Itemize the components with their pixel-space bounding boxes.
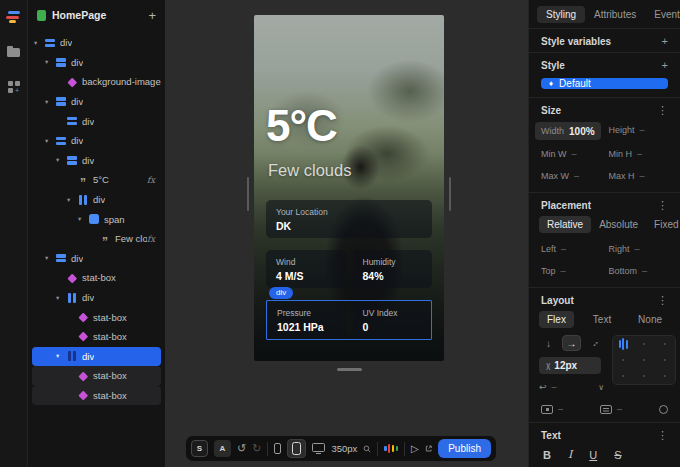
right-input[interactable]: Right–	[609, 241, 669, 257]
expression-badge[interactable]: fx	[147, 234, 155, 244]
min-height-input[interactable]: Min H–	[609, 146, 668, 162]
breakpoint-desktop-icon[interactable]	[312, 443, 325, 452]
flex-wrap-control[interactable]: ↩ – ∨	[539, 380, 604, 394]
layout-text[interactable]: Text	[585, 311, 619, 328]
add-element-icon[interactable]: +	[148, 9, 156, 22]
tree-row-div[interactable]: ▾div	[32, 111, 161, 131]
tree-row-span[interactable]: ▾span	[32, 209, 161, 229]
style-source-default[interactable]: ♦ Default	[541, 78, 668, 89]
chevron-down-icon[interactable]: ∨	[598, 383, 604, 392]
canvas-resize-handle-right[interactable]	[449, 177, 451, 211]
strikethrough-button[interactable]: S	[614, 449, 621, 461]
radius-icon[interactable]	[659, 405, 668, 414]
left-input[interactable]: Left–	[541, 241, 601, 257]
tree-row-div[interactable]: ▾div	[32, 249, 161, 269]
height-input[interactable]: Height–	[609, 122, 668, 138]
tree-row-div[interactable]: ▾div	[32, 92, 161, 112]
align-dot[interactable]	[622, 375, 624, 377]
add-style-icon[interactable]: +	[662, 60, 668, 71]
pressure-card[interactable]: Pressure 1021 HPa	[267, 301, 346, 339]
tree-row-stat-box[interactable]: ▾stat-box	[32, 268, 161, 288]
breakpoint-mobile-active-icon[interactable]	[287, 439, 306, 458]
align-dot[interactable]	[643, 359, 645, 361]
max-height-input[interactable]: Max H–	[609, 168, 668, 184]
tree-row-div[interactable]: ▾div	[32, 53, 161, 73]
publish-button[interactable]: Publish	[438, 439, 491, 458]
wind-card[interactable]: Wind 4 M/S	[266, 250, 346, 288]
direction-row-icon[interactable]: →	[562, 335, 581, 351]
placement-absolute[interactable]: Absolute	[591, 216, 646, 233]
align-dot[interactable]	[643, 375, 645, 377]
pages-folder-icon[interactable]	[7, 48, 20, 57]
chevron-down-icon[interactable]: ▾	[67, 196, 77, 204]
direction-column-icon[interactable]: ↓	[539, 335, 558, 351]
zoom-icon[interactable]	[363, 443, 371, 455]
undo-icon[interactable]: ↺	[237, 443, 246, 454]
tree-row-stat-box[interactable]: ▾stat-box	[32, 327, 161, 347]
preview-play-icon[interactable]: ▷	[411, 443, 419, 454]
breakpoint-width-value[interactable]: 350px	[331, 443, 357, 454]
condition-text[interactable]: Few clouds	[268, 161, 351, 180]
chevron-down-icon[interactable]: ▾	[56, 294, 66, 302]
tree-row-text-5c[interactable]: ▾”5°Cfx	[32, 170, 161, 190]
gap-input[interactable]: )( 12px	[539, 357, 601, 374]
align-start-icon[interactable]	[619, 338, 629, 350]
humidity-card[interactable]: Humidity 84%	[353, 250, 433, 288]
margin-control[interactable]: –	[600, 404, 622, 414]
tree-row-div-selected[interactable]: ▾div	[32, 347, 161, 367]
align-dot[interactable]	[622, 359, 624, 361]
kebab-menu-icon[interactable]: ⋮	[657, 430, 668, 441]
add-style-variable-icon[interactable]: +	[662, 36, 668, 47]
kebab-menu-icon[interactable]: ⋮	[657, 295, 668, 306]
direction-reverse-icon[interactable]: ↔	[585, 335, 604, 351]
tree-row-div[interactable]: ▾div	[32, 33, 161, 53]
min-width-input[interactable]: Min W–	[541, 146, 601, 162]
chevron-down-icon[interactable]: ▾	[45, 137, 55, 145]
layout-none[interactable]: None	[630, 311, 670, 328]
chevron-down-icon[interactable]: ▾	[56, 156, 66, 164]
chevron-down-icon[interactable]: ▾	[45, 98, 55, 106]
tree-row-div[interactable]: ▾div	[32, 288, 161, 308]
alignment-grid[interactable]	[612, 335, 676, 385]
tree-row-div[interactable]: ▾div	[32, 151, 161, 171]
chevron-down-icon[interactable]: ▾	[45, 58, 55, 66]
tab-attributes[interactable]: Attributes	[585, 6, 645, 23]
canvas-resize-handle-left[interactable]	[247, 177, 249, 211]
chevron-down-icon[interactable]: ▾	[34, 39, 44, 47]
chevron-down-icon[interactable]: ▾	[56, 352, 66, 360]
top-input[interactable]: Top–	[541, 263, 601, 279]
padding-control[interactable]: –	[541, 404, 563, 414]
tab-styling[interactable]: Styling	[537, 6, 585, 23]
share-icon[interactable]	[425, 443, 432, 454]
italic-button[interactable]: I	[568, 448, 572, 461]
style-sources-button[interactable]: S	[191, 440, 208, 457]
location-card[interactable]: Your Location DK	[266, 200, 432, 238]
chevron-down-icon[interactable]: ▾	[45, 254, 55, 262]
tree-row-background-images[interactable]: ▾background-images	[32, 72, 161, 92]
max-width-input[interactable]: Max W–	[541, 168, 601, 184]
chevron-down-icon[interactable]: ▾	[78, 215, 88, 223]
bottom-input[interactable]: Bottom–	[609, 263, 669, 279]
tree-row-text-few-clouds[interactable]: ▾”Few cloudsfx	[32, 229, 161, 249]
kebab-menu-icon[interactable]: ⋮	[657, 105, 668, 116]
components-icon[interactable]: +	[8, 81, 20, 93]
app-logo-icon[interactable]	[6, 11, 21, 24]
canvas-resize-handle-bottom[interactable]	[337, 368, 362, 371]
expression-badge[interactable]: fx	[147, 175, 155, 185]
canvas[interactable]: 5°C Few clouds Your Location DK Wind 4 M…	[165, 0, 528, 467]
uv-index-card[interactable]: UV Index 0	[353, 301, 432, 339]
kebab-menu-icon[interactable]: ⋮	[657, 200, 668, 211]
redo-icon[interactable]: ↻	[252, 443, 261, 454]
placement-relative[interactable]: Relative	[539, 216, 591, 233]
tree-row-stat-box[interactable]: ▾stat-box	[32, 307, 161, 327]
underline-button[interactable]: U	[589, 449, 597, 461]
placement-fixed[interactable]: Fixed	[646, 216, 680, 233]
align-dot[interactable]	[643, 343, 645, 345]
selected-element-outline[interactable]: div Pressure 1021 HPa UV Index 0	[266, 300, 432, 340]
device-preview[interactable]: 5°C Few clouds Your Location DK Wind 4 M…	[254, 15, 444, 361]
breakpoint-phone-icon[interactable]	[274, 443, 281, 454]
temperature-text[interactable]: 5°C	[266, 101, 337, 151]
align-dot[interactable]	[664, 343, 666, 345]
tree-row-stat-box[interactable]: ▾stat-box	[32, 366, 161, 386]
tree-row-div[interactable]: ▾div	[32, 190, 161, 210]
